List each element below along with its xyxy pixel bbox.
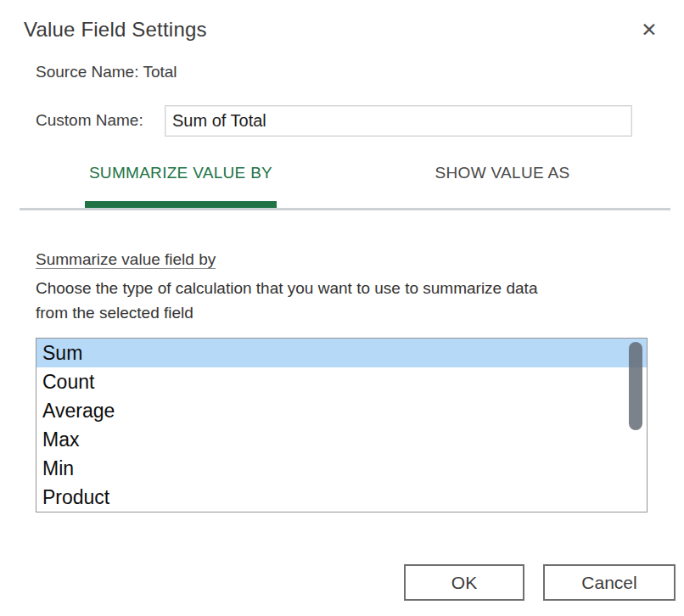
custom-name-label: Custom Name:	[36, 111, 143, 130]
close-icon[interactable]: ✕	[633, 14, 665, 46]
list-item-max[interactable]: Max	[36, 425, 647, 454]
section-description: Choose the type of calculation that you …	[36, 276, 537, 325]
value-field-settings-dialog: Value Field Settings ✕ Source Name: Tota…	[0, 0, 684, 616]
ok-button[interactable]: OK	[404, 564, 524, 601]
source-name-value: Total	[143, 63, 177, 81]
cancel-button[interactable]: Cancel	[543, 564, 676, 601]
tab-summarize-value-by[interactable]: SUMMARIZE VALUE BY	[85, 164, 277, 182]
active-tab-underline	[85, 201, 277, 208]
tab-divider	[20, 208, 670, 210]
list-item-average[interactable]: Average	[36, 396, 647, 425]
calculation-listbox[interactable]: Sum Count Average Max Min Product	[36, 338, 648, 512]
tab-show-value-as[interactable]: SHOW VALUE AS	[406, 164, 598, 182]
list-item-count[interactable]: Count	[36, 367, 647, 396]
source-name-label: Source Name:	[36, 63, 138, 81]
scrollbar-thumb[interactable]	[629, 342, 642, 430]
dialog-title: Value Field Settings	[24, 18, 207, 42]
section-description-line2: from the selected field	[36, 300, 537, 325]
list-item-min[interactable]: Min	[36, 454, 647, 483]
section-heading: Summarize value field by	[36, 250, 216, 269]
list-item-product[interactable]: Product	[36, 483, 647, 512]
section-description-line1: Choose the type of calculation that you …	[36, 276, 537, 300]
custom-name-input[interactable]	[165, 105, 632, 137]
list-item-sum[interactable]: Sum	[36, 339, 647, 367]
source-name-text: Source Name: Total	[36, 63, 177, 81]
